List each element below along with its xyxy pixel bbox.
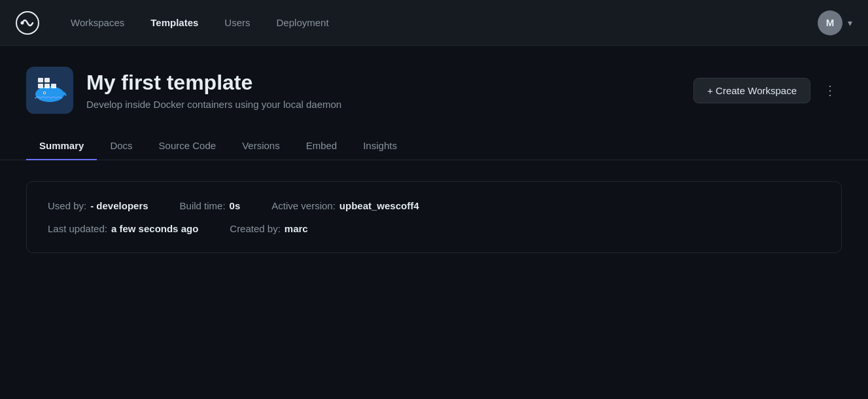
used-by-item: Used by: - developers bbox=[48, 200, 148, 211]
svg-rect-8 bbox=[38, 78, 43, 82]
nav-deployment[interactable]: Deployment bbox=[266, 12, 339, 33]
created-by-value: marc bbox=[285, 223, 308, 234]
nav-users[interactable]: Users bbox=[214, 12, 260, 33]
hero-text: My first template Develop inside Docker … bbox=[86, 71, 341, 110]
info-card: Used by: - developers Build time: 0s Act… bbox=[26, 181, 842, 253]
hero-left: My first template Develop inside Docker … bbox=[26, 67, 341, 114]
used-by-label: Used by: bbox=[48, 200, 86, 211]
docker-icon bbox=[26, 67, 73, 114]
user-avatar[interactable]: M bbox=[818, 10, 842, 35]
template-subtitle: Develop inside Docker containers using y… bbox=[86, 99, 341, 110]
nav-right: M ▾ bbox=[818, 10, 852, 35]
active-version-item: Active version: upbeat_wescoff4 bbox=[271, 200, 419, 211]
svg-point-3 bbox=[35, 86, 64, 102]
tab-insights[interactable]: Insights bbox=[350, 132, 410, 160]
tab-docs[interactable]: Docs bbox=[97, 132, 145, 160]
coder-logo-icon bbox=[16, 11, 39, 35]
tab-summary[interactable]: Summary bbox=[26, 132, 97, 160]
active-version-value: upbeat_wescoff4 bbox=[339, 200, 419, 211]
template-title: My first template bbox=[86, 71, 341, 95]
last-updated-value: a few seconds ago bbox=[111, 223, 198, 234]
navbar: Workspaces Templates Users Deployment M … bbox=[0, 0, 868, 46]
tab-versions[interactable]: Versions bbox=[229, 132, 293, 160]
build-time-label: Build time: bbox=[180, 200, 226, 211]
build-time-item: Build time: 0s bbox=[180, 200, 241, 211]
info-row-1: Used by: - developers Build time: 0s Act… bbox=[48, 200, 820, 211]
create-workspace-button[interactable]: + Create Workspace bbox=[693, 78, 810, 103]
svg-rect-4 bbox=[38, 84, 43, 88]
used-by-value: - developers bbox=[90, 200, 148, 211]
svg-point-10 bbox=[44, 92, 45, 94]
svg-point-1 bbox=[21, 21, 24, 24]
active-version-label: Active version: bbox=[271, 200, 336, 211]
created-by-item: Created by: marc bbox=[230, 223, 307, 234]
tabs-container: Summary Docs Source Code Versions Embed … bbox=[0, 132, 868, 160]
nav-links: Workspaces Templates Users Deployment bbox=[60, 12, 818, 33]
tabs: Summary Docs Source Code Versions Embed … bbox=[26, 132, 842, 160]
nav-workspaces[interactable]: Workspaces bbox=[60, 12, 135, 33]
tab-source-code[interactable]: Source Code bbox=[146, 132, 230, 160]
svg-rect-5 bbox=[44, 84, 50, 88]
nav-logo[interactable] bbox=[16, 11, 39, 35]
content-area: Used by: - developers Build time: 0s Act… bbox=[0, 160, 868, 274]
info-row-2: Last updated: a few seconds ago Created … bbox=[48, 223, 820, 234]
created-by-label: Created by: bbox=[230, 223, 281, 234]
last-updated-label: Last updated: bbox=[48, 223, 107, 234]
nav-templates[interactable]: Templates bbox=[140, 12, 209, 33]
hero-actions: + Create Workspace ⋮ bbox=[693, 78, 842, 103]
last-updated-item: Last updated: a few seconds ago bbox=[48, 223, 198, 234]
tab-embed[interactable]: Embed bbox=[293, 132, 351, 160]
build-time-value: 0s bbox=[230, 200, 241, 211]
hero-section: My first template Develop inside Docker … bbox=[0, 46, 868, 114]
more-options-button[interactable]: ⋮ bbox=[818, 80, 842, 101]
svg-rect-7 bbox=[44, 78, 50, 82]
chevron-down-icon[interactable]: ▾ bbox=[848, 18, 852, 28]
svg-rect-6 bbox=[51, 84, 56, 88]
